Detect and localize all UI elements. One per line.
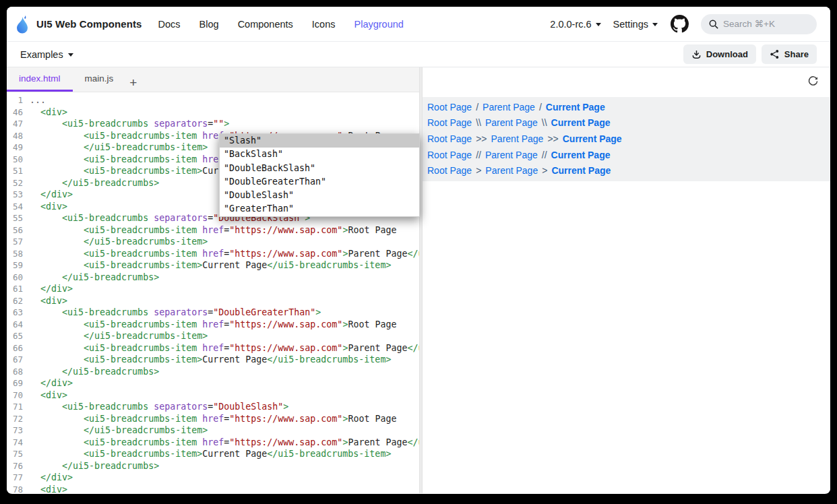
version-dropdown[interactable]: 2.0.0-rc.6 — [550, 19, 600, 30]
code-line[interactable]: 46 <div> — [7, 106, 419, 119]
version-label: 2.0.0-rc.6 — [550, 19, 591, 30]
code-text: <div> — [30, 389, 419, 402]
code-line[interactable]: 57 </ui5-breadcrumbs-item> — [7, 236, 419, 248]
code-token: "https://www.sap.com" — [229, 414, 342, 424]
breadcrumb-link[interactable]: Parent Page — [485, 117, 538, 128]
brand-title: UI5 Web Components — [36, 18, 142, 30]
code-line[interactable]: 76 </ui5-breadcrumbs> — [7, 460, 419, 472]
code-text: <ui5-breadcrumbs-item href="https://www.… — [30, 413, 419, 425]
code-line[interactable]: 71 <ui5-breadcrumbs separators="DoubleSl… — [7, 401, 419, 413]
code-line[interactable]: 70 <div> — [7, 389, 419, 402]
code-token — [197, 249, 202, 259]
code-token — [197, 154, 202, 164]
code-token: </ui5-breadcrumbs-item> — [407, 437, 419, 447]
share-button[interactable]: Share — [762, 44, 817, 64]
line-number: 67 — [7, 354, 30, 366]
code-line[interactable]: 75 <ui5-breadcrumbs-item>Current Page</u… — [7, 448, 419, 460]
autocomplete-option[interactable]: "BackSlash" — [220, 148, 419, 161]
download-button[interactable]: Download — [683, 44, 756, 64]
code-line[interactable]: 77 </div> — [7, 472, 419, 484]
line-number: 63 — [7, 307, 30, 319]
code-token: Root Page — [348, 319, 396, 329]
breadcrumb-link[interactable]: Root Page — [427, 165, 472, 176]
code-token: </ui5-breadcrumbs> — [62, 272, 159, 282]
examples-dropdown[interactable]: Examples — [20, 49, 73, 60]
code-line[interactable]: 1... — [7, 94, 419, 106]
code-line[interactable]: 65 </ui5-breadcrumbs-item> — [7, 330, 419, 342]
code-line[interactable]: 60 </ui5-breadcrumbs> — [7, 272, 419, 284]
refresh-button[interactable] — [806, 74, 819, 88]
breadcrumb-current[interactable]: Current Page — [551, 165, 611, 176]
breadcrumb-link[interactable]: Parent Page — [485, 165, 538, 176]
tab-main-js[interactable]: main.js — [73, 67, 126, 92]
code-token — [197, 414, 202, 424]
breadcrumb-current[interactable]: Current Page — [551, 150, 611, 160]
code-token: <ui5-breadcrumbs-item> — [84, 166, 202, 176]
code-token: <ui5-breadcrumbs — [62, 213, 148, 223]
breadcrumb-link[interactable]: Root Page — [427, 150, 472, 160]
breadcrumb-link[interactable]: Root Page — [427, 133, 472, 144]
autocomplete-option[interactable]: "DoubleBackSlash" — [220, 162, 419, 175]
nav-link-components[interactable]: Components — [238, 19, 293, 30]
breadcrumb-current[interactable]: Current Page — [546, 102, 605, 113]
autocomplete-option[interactable]: "DoubleSlash" — [220, 189, 419, 202]
breadcrumb-current[interactable]: Current Page — [563, 133, 622, 144]
code-line[interactable]: 66 <ui5-breadcrumbs-item href="https://w… — [7, 342, 419, 354]
breadcrumb-link[interactable]: Parent Page — [483, 102, 535, 113]
code-line[interactable]: 58 <ui5-breadcrumbs-item href="https://w… — [7, 248, 419, 260]
code-token: <ui5-breadcrumbs-item — [84, 249, 197, 259]
code-line[interactable]: 56 <ui5-breadcrumbs-item href="https://w… — [7, 224, 419, 237]
code-line[interactable]: 68 </ui5-breadcrumbs> — [7, 366, 419, 378]
line-number: 46 — [7, 106, 30, 119]
code-token: <ui5-breadcrumbs-item — [84, 319, 197, 329]
code-token: Parent Page — [348, 437, 407, 447]
code-line[interactable]: 72 <ui5-breadcrumbs-item href="https://w… — [7, 413, 419, 425]
github-link[interactable] — [670, 15, 689, 34]
code-token — [30, 260, 84, 270]
settings-dropdown[interactable]: Settings — [613, 19, 658, 30]
code-line[interactable]: 62 <div> — [7, 295, 419, 307]
line-number: 78 — [7, 484, 30, 494]
breadcrumb-link[interactable]: Parent Page — [485, 150, 538, 160]
nav-link-docs[interactable]: Docs — [158, 19, 181, 30]
line-number: 57 — [7, 236, 30, 248]
code-line[interactable]: 78 <div> — [7, 484, 419, 494]
code-text: <ui5-breadcrumbs-item href="https://www.… — [30, 248, 419, 260]
code-line[interactable]: 73 </ui5-breadcrumbs-item> — [7, 424, 419, 437]
code-token: href — [202, 319, 224, 329]
code-line[interactable]: 74 <ui5-breadcrumbs-item href="https://w… — [7, 437, 419, 449]
code-line[interactable]: 63 <ui5-breadcrumbs separators="DoubleGr… — [7, 307, 419, 319]
nav-link-icons[interactable]: Icons — [312, 19, 336, 30]
code-token: > — [224, 119, 229, 129]
code-line[interactable]: 69 </div> — [7, 377, 419, 389]
line-number: 59 — [7, 259, 30, 272]
code-line[interactable]: 47 <ui5-breadcrumbs separators=""> — [7, 118, 419, 130]
autocomplete-option[interactable]: "DoubleGreaterThan" — [220, 175, 419, 189]
code-token: separators — [154, 213, 208, 223]
new-tab-button[interactable]: + — [125, 76, 144, 92]
search-input[interactable] — [723, 19, 804, 29]
breadcrumb-link[interactable]: Root Page — [427, 102, 472, 113]
breadcrumb-link[interactable]: Root Page — [427, 117, 472, 128]
tab-index-html[interactable]: index.html — [7, 67, 73, 92]
code-line[interactable]: 67 <ui5-breadcrumbs-item>Current Page</u… — [7, 354, 419, 366]
search-input-container[interactable] — [701, 14, 817, 34]
code-token — [148, 213, 154, 223]
code-token — [30, 378, 40, 388]
code-token: Parent Page — [348, 249, 407, 259]
breadcrumb-link[interactable]: Parent Page — [491, 133, 544, 144]
code-token: </ui5-breadcrumbs-item> — [267, 354, 391, 365]
code-line[interactable]: 64 <ui5-breadcrumbs-item href="https://w… — [7, 319, 419, 331]
code-line[interactable]: 61 </div> — [7, 283, 419, 295]
breadcrumb-current[interactable]: Current Page — [551, 117, 611, 128]
autocomplete-option[interactable]: "GreaterThan" — [220, 202, 419, 216]
code-token: "" — [213, 119, 224, 129]
chevron-down-icon — [596, 23, 601, 26]
code-text: <div> — [30, 106, 419, 119]
nav-link-blog[interactable]: Blog — [199, 19, 219, 30]
autocomplete-option[interactable]: "Slash" — [220, 134, 419, 148]
nav-link-playground[interactable]: Playground — [354, 19, 404, 30]
code-token — [30, 331, 84, 341]
brand[interactable]: UI5 Web Components — [13, 14, 142, 34]
code-line[interactable]: 59 <ui5-breadcrumbs-item>Current Page</u… — [7, 259, 419, 272]
